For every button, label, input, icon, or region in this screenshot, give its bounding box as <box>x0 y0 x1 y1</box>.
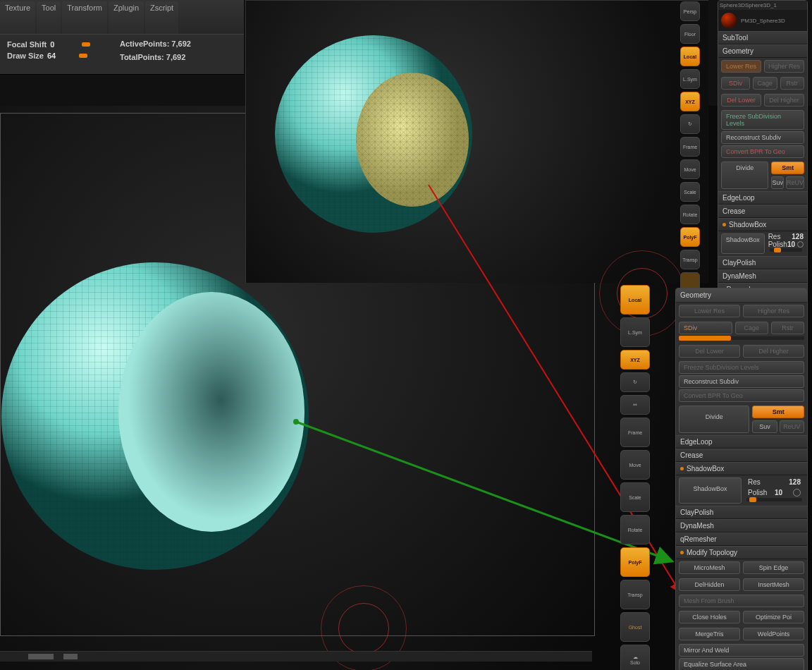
divide-button[interactable]: Divide <box>679 406 749 433</box>
rotate-button[interactable]: Rotate <box>680 205 700 224</box>
qremesher-section[interactable]: qRemesher <box>676 532 807 546</box>
del-lower-button[interactable]: Del Lower <box>721 94 761 106</box>
sdiv-slider[interactable]: SDiv <box>721 77 750 90</box>
mesh-from-brush-button[interactable]: Mesh From Brush <box>679 595 804 607</box>
frame-button[interactable]: Frame <box>680 137 700 157</box>
mergetris-button[interactable]: MergeTris <box>679 628 740 640</box>
claypolish-section[interactable]: ClayPolish <box>676 506 807 519</box>
crease-section[interactable]: Crease <box>676 449 807 462</box>
menu-texture[interactable]: Texture <box>0 1 35 35</box>
res-value[interactable]: 128 <box>792 233 804 240</box>
reuv-button[interactable]: ReUV <box>786 176 804 189</box>
reconstruct-subdiv-button[interactable]: Reconstruct Subdiv <box>721 131 804 144</box>
rotate-button[interactable]: Rotate <box>620 515 650 544</box>
rstr-button[interactable]: Rstr <box>780 77 805 90</box>
lsym-button[interactable]: L.Sym <box>620 317 650 347</box>
subtool-sphere3d-1[interactable]: Sphere3D_1 <box>745 2 777 8</box>
transp-button[interactable]: Transp <box>680 250 700 269</box>
equalize-surface-button[interactable]: Equalize Surface Area <box>679 658 804 670</box>
shadowbox-section[interactable]: ShadowBox <box>718 218 807 231</box>
close-holes-button[interactable]: Close Holes <box>679 611 740 623</box>
rstr-button[interactable]: Rstr <box>771 322 804 334</box>
ghost-button[interactable]: Ghost <box>620 612 650 642</box>
sdiv-slider-track[interactable] <box>679 336 804 340</box>
menu-zscript[interactable]: Zscript <box>145 1 178 35</box>
edgeloop-section[interactable]: EdgeLoop <box>676 435 807 449</box>
mirror-and-weld-button[interactable]: Mirror And Weld <box>679 644 804 657</box>
polish-toggle-icon[interactable] <box>793 489 801 497</box>
spin-edge-button[interactable]: Spin Edge <box>743 561 804 574</box>
edgeloop-section[interactable]: EdgeLoop <box>718 191 807 205</box>
dynamesh-section[interactable]: DynaMesh <box>718 269 807 283</box>
subtool-sphere3d[interactable]: Sphere3D <box>720 2 745 8</box>
reconstruct-subdiv-button[interactable]: Reconstruct Subdiv <box>679 375 804 388</box>
subtool-active[interactable]: PM3D_Sphere3D <box>718 10 807 31</box>
polyf-button[interactable]: PolyF <box>620 547 650 577</box>
polish-slider[interactable] <box>746 498 802 501</box>
dynamesh-section[interactable]: DynaMesh <box>676 519 807 532</box>
micromesh-button[interactable]: MicroMesh <box>679 561 740 574</box>
move-button[interactable]: Move <box>680 159 700 179</box>
subtool-section[interactable]: SubTool <box>718 31 807 44</box>
timeline-mark[interactable] <box>63 654 78 659</box>
aahalf-button[interactable]: ↻ <box>680 114 700 134</box>
local-button[interactable]: Local <box>620 285 650 315</box>
del-higher-button[interactable]: Del Higher <box>764 94 804 106</box>
timeline-mark[interactable] <box>28 654 54 659</box>
scale-button[interactable]: Scale <box>620 482 650 512</box>
smt-button[interactable]: Smt <box>752 406 804 418</box>
higher-res-button[interactable]: Higher Res <box>764 60 804 73</box>
lsym-button[interactable]: L.Sym <box>680 69 700 89</box>
shadowbox-button[interactable]: ShadowBox <box>721 233 765 254</box>
res-value[interactable]: 128 <box>789 478 801 486</box>
lower-res-button[interactable]: Lower Res <box>721 60 761 73</box>
geometry-section[interactable]: Geometry <box>718 44 807 58</box>
transp-button[interactable]: Transp <box>620 580 650 609</box>
xyz-button[interactable]: XYZ <box>680 92 700 111</box>
frame-button[interactable]: Frame <box>620 418 650 447</box>
suv-button[interactable]: Suv <box>771 176 784 189</box>
polish-value[interactable]: 10 <box>787 240 795 248</box>
persp-button[interactable]: Persp <box>680 1 700 21</box>
reuv-button[interactable]: ReUV <box>780 420 804 433</box>
aahalf-button[interactable]: ↻ <box>620 372 650 392</box>
menu-zplugin[interactable]: Zplugin <box>109 1 144 35</box>
cage-button[interactable]: Cage <box>735 322 768 334</box>
higher-res-button[interactable]: Higher Res <box>743 305 804 317</box>
shadowbox-button[interactable]: ShadowBox <box>679 477 742 504</box>
lower-res-button[interactable]: Lower Res <box>679 305 740 317</box>
freeze-subdiv-button[interactable]: Freeze SubDivision Levels <box>721 110 804 130</box>
divide-button[interactable]: Divide <box>721 162 768 189</box>
convert-bpr-button[interactable]: Convert BPR To Geo <box>721 145 804 158</box>
move-button[interactable]: Move <box>620 450 650 480</box>
polish-toggle-icon[interactable] <box>797 241 804 248</box>
modify-topology-section[interactable]: Modify Topology <box>676 546 807 559</box>
weldpoints-button[interactable]: WeldPoints <box>743 628 804 640</box>
compact-button[interactable]: ⇔ <box>620 395 650 415</box>
convert-bpr-button[interactable]: Convert BPR To Geo <box>679 389 804 402</box>
geometry-title[interactable]: Geometry <box>676 288 807 303</box>
menu-transform[interactable]: Transform <box>62 1 107 35</box>
crease-section[interactable]: Crease <box>718 205 807 218</box>
del-lower-button[interactable]: Del Lower <box>679 345 740 358</box>
timeline[interactable] <box>0 651 592 662</box>
polish-slider[interactable] <box>770 248 802 252</box>
suv-button[interactable]: Suv <box>752 420 777 433</box>
xyz-button[interactable]: XYZ <box>620 350 650 370</box>
cage-button[interactable]: Cage <box>753 77 777 90</box>
shadowbox-section[interactable]: ShadowBox <box>676 462 807 475</box>
floor-button[interactable]: Floor <box>680 24 700 44</box>
sdiv-slider[interactable]: SDiv <box>679 322 732 334</box>
claypolish-section[interactable]: ClayPolish <box>718 256 807 269</box>
menu-tool[interactable]: Tool <box>37 1 61 35</box>
optimize-points-button[interactable]: Optimize Poi <box>743 611 804 623</box>
freeze-subdiv-button[interactable]: Freeze SubDivision Levels <box>679 361 804 374</box>
polish-value[interactable]: 10 <box>775 489 782 497</box>
polyf-button[interactable]: PolyF <box>680 227 700 247</box>
smt-button[interactable]: Smt <box>771 162 804 174</box>
delhidden-button[interactable]: DelHidden <box>679 578 740 591</box>
del-higher-button[interactable]: Del Higher <box>743 345 804 358</box>
insertmesh-button[interactable]: InsertMesh <box>743 578 804 591</box>
local-button[interactable]: Local <box>680 47 700 66</box>
solo-button[interactable]: ☁Solo <box>620 645 650 670</box>
